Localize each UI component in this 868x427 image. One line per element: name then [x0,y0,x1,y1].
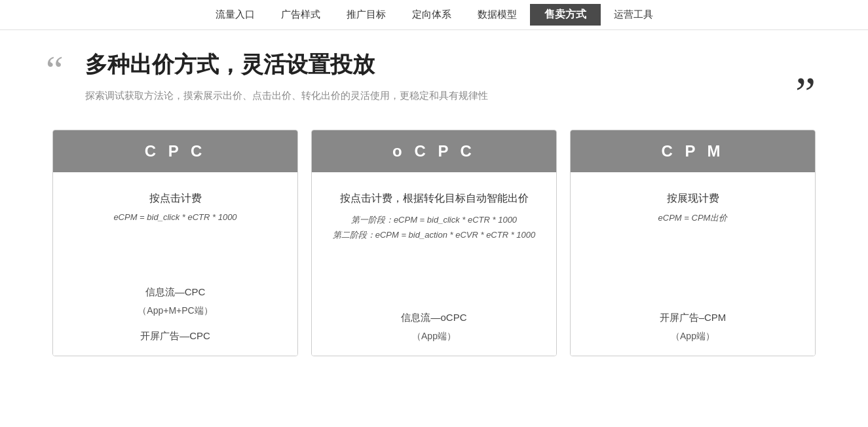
card-main-text-cpm: 按展现计费 [667,192,719,206]
card-cpm: C P M按展现计费eCPM = CPM出价开屏广告–CPM（App端） [570,130,816,356]
nav-item-0[interactable]: 流量入口 [202,5,268,25]
card-sub2-cpc: 开屏广告—CPC [140,330,210,343]
card-detail-ocpc: 第一阶段：eCPM = bid_click * eCTR * 1000第二阶段：… [333,212,536,243]
nav-item-1[interactable]: 广告样式 [268,5,333,25]
card-sub1-cpm: 开屏广告–CPM [660,312,726,324]
card-sub1-ocpc: 信息流—oCPC [401,312,466,324]
card-sub1-small-cpm: （App端） [671,331,715,343]
quote-section: “ 多种出价方式，灵活设置投放 探索调试获取方法论，摸索展示出价、点击出价、转化… [52,50,816,103]
nav-item-4[interactable]: 数据模型 [464,5,530,25]
card-header-cpm: C P M [571,130,815,172]
card-sub1-small-cpc: （App+M+PC端） [138,305,212,317]
nav-item-5[interactable]: 售卖方式 [530,4,601,26]
card-body-ocpc: 按点击计费，根据转化目标自动智能出价第一阶段：eCPM = bid_click … [312,172,556,356]
nav-item-2[interactable]: 推广目标 [333,5,399,25]
card-formula-cpc: eCPM = bid_click * eCTR * 1000 [113,212,236,222]
quote-title: 多种出价方式，灵活设置投放 [85,50,816,80]
card-sub1-small-ocpc: （App端） [412,331,456,343]
nav-item-3[interactable]: 定向体系 [399,5,464,25]
card-formula-cpm: eCPM = CPM出价 [658,212,728,224]
main-content: “ 多种出价方式，灵活设置投放 探索调试获取方法论，摸索展示出价、点击出价、转化… [0,30,868,369]
nav-bar: 流量入口广告样式推广目标定向体系数据模型售卖方式运营工具 [0,0,868,30]
card-body-cpm: 按展现计费eCPM = CPM出价开屏广告–CPM（App端） [571,172,815,356]
card-main-text-ocpc: 按点击计费，根据转化目标自动智能出价 [340,192,529,206]
card-header-ocpc: o C P C [312,130,556,172]
quote-left-mark: “ [46,50,64,89]
cards-section: C P C按点击计费eCPM = bid_click * eCTR * 1000… [52,130,816,356]
card-header-cpc: C P C [53,130,297,172]
card-cpc: C P C按点击计费eCPM = bid_click * eCTR * 1000… [52,130,298,356]
card-ocpc: o C P C按点击计费，根据转化目标自动智能出价第一阶段：eCPM = bid… [311,130,557,356]
quote-subtitle: 探索调试获取方法论，摸索展示出价、点击出价、转化出价的灵活使用，更稳定和具有规律… [85,88,816,103]
card-body-cpc: 按点击计费eCPM = bid_click * eCTR * 1000信息流—C… [53,172,297,356]
card-sub1-cpc: 信息流—CPC [145,286,206,299]
nav-item-6[interactable]: 运营工具 [601,5,666,25]
card-main-text-cpc: 按点击计费 [149,192,202,206]
quote-right-mark: ” [795,71,816,117]
